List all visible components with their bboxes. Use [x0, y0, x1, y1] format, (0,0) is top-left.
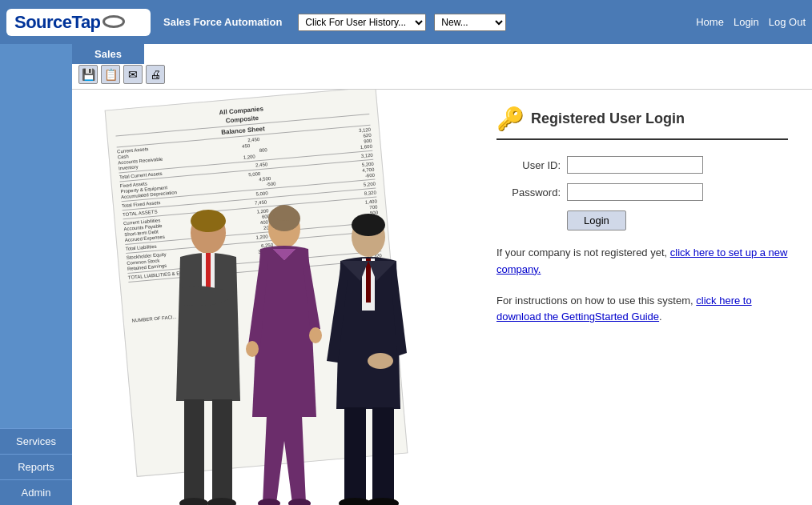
- nav-links: Home Login Log Out: [696, 16, 806, 28]
- instructions-text: For instructions on how to use this syst…: [496, 295, 693, 307]
- svg-point-19: [368, 353, 393, 369]
- sales-force-label: Sales Force Automation: [163, 16, 282, 28]
- svg-rect-20: [344, 407, 366, 503]
- svg-point-12: [309, 327, 322, 343]
- logo: SourceTap: [6, 9, 151, 36]
- svg-point-10: [273, 205, 295, 221]
- sales-tab[interactable]: Sales: [72, 44, 144, 64]
- print-button[interactable]: 🖨: [146, 65, 165, 84]
- svg-point-14: [288, 499, 311, 505]
- home-link[interactable]: Home: [696, 16, 724, 28]
- business-people-illustration: [112, 121, 448, 505]
- new-dropdown[interactable]: New...: [434, 14, 506, 31]
- instructions-info: For instructions on how to use this syst…: [496, 293, 788, 327]
- login-form-area: 🔑 Registered User Login User ID: Passwor…: [472, 90, 812, 505]
- svg-point-1: [191, 210, 226, 232]
- logout-link[interactable]: Log Out: [769, 16, 806, 28]
- top-navigation-bar: SourceTap Sales Force Automation Click F…: [0, 0, 812, 44]
- svg-point-11: [246, 341, 259, 357]
- main-layout: Services Reports Admin Sales 💾 📋 ✉ 🖨 All…: [0, 44, 812, 505]
- registration-text: If your company is not registered yet,: [496, 246, 667, 259]
- svg-rect-4: [184, 399, 204, 503]
- userid-row: User ID:: [496, 156, 788, 174]
- email-button[interactable]: ✉: [123, 65, 143, 84]
- sidebar-spacer: [0, 47, 72, 428]
- key-icon: 🔑: [496, 106, 525, 132]
- svg-point-13: [258, 499, 280, 505]
- password-input[interactable]: [567, 183, 703, 201]
- password-label: Password:: [496, 186, 561, 198]
- svg-rect-5: [212, 399, 232, 503]
- sidebar-item-admin[interactable]: Admin: [0, 479, 72, 505]
- sidebar-item-services[interactable]: Services: [0, 428, 72, 454]
- clipboard-button[interactable]: 📋: [101, 65, 120, 84]
- login-link[interactable]: Login: [734, 16, 759, 28]
- instructions-period: .: [659, 311, 662, 323]
- logo-oval-decoration: [103, 15, 125, 28]
- svg-point-16: [352, 214, 385, 236]
- sidebar: Services Reports Admin: [0, 44, 72, 505]
- logo-text: SourceTap: [14, 12, 101, 33]
- userid-input[interactable]: [567, 156, 703, 174]
- toolbar: 💾 📋 ✉ 🖨: [72, 60, 812, 90]
- login-button-row: Login: [496, 210, 788, 230]
- login-button[interactable]: Login: [567, 210, 626, 230]
- userid-label: User ID:: [496, 159, 561, 171]
- login-header: 🔑 Registered User Login: [496, 106, 788, 140]
- content-area: Sales 💾 📋 ✉ 🖨 All Companies Composite Ba…: [72, 44, 812, 505]
- illustration-area: All Companies Composite Balance Sheet Cu…: [72, 90, 472, 505]
- sidebar-item-reports[interactable]: Reports: [0, 454, 72, 479]
- user-history-dropdown[interactable]: Click For User History...: [298, 14, 426, 31]
- svg-rect-21: [372, 407, 394, 503]
- registration-info: If your company is not registered yet, c…: [496, 245, 788, 279]
- login-title: Registered User Login: [531, 110, 685, 127]
- save-button[interactable]: 💾: [78, 65, 98, 84]
- password-row: Password:: [496, 183, 788, 201]
- page-content: All Companies Composite Balance Sheet Cu…: [72, 90, 812, 505]
